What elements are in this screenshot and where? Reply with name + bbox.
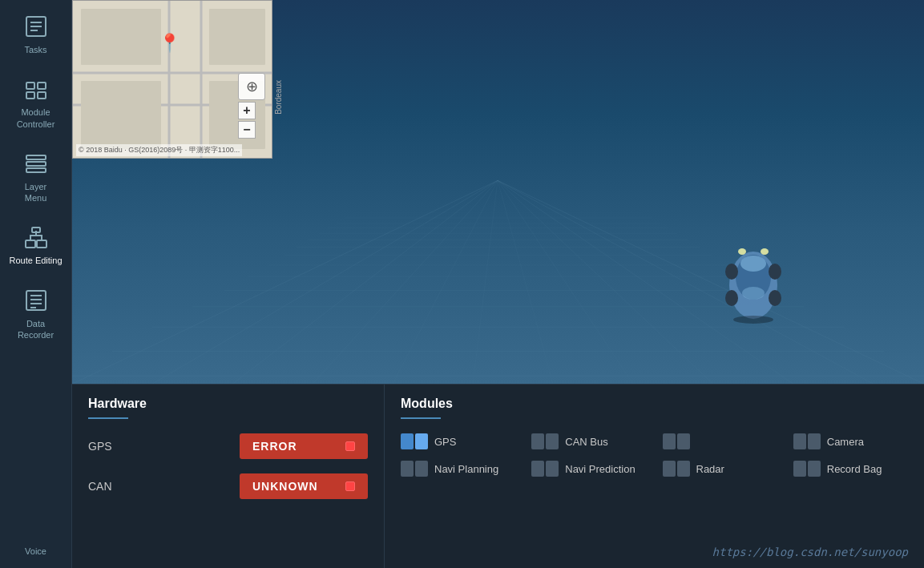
sidebar-item-layer-label: LayerMenu bbox=[25, 181, 47, 204]
svg-rect-64 bbox=[209, 9, 265, 65]
toggle-left-camera bbox=[793, 433, 806, 449]
map-zoom-out-button[interactable]: − bbox=[238, 121, 256, 139]
data-recorder-icon bbox=[22, 286, 50, 315]
svg-point-55 bbox=[738, 248, 746, 255]
module-toggle-navi-prediction[interactable] bbox=[531, 461, 559, 477]
scene-area: 📍 ⊕ + − © 2018 Baidu · GS(2016)2089号 · 甲… bbox=[72, 0, 924, 384]
svg-point-50 bbox=[742, 287, 765, 300]
svg-line-36 bbox=[152, 180, 498, 384]
svg-line-40 bbox=[473, 180, 498, 384]
module-toggle-camera[interactable] bbox=[793, 433, 821, 449]
module-toggle-can-bus[interactable] bbox=[531, 433, 559, 449]
gps-status-badge: ERROR bbox=[240, 433, 368, 459]
module-toggle-gps[interactable] bbox=[401, 433, 428, 449]
module-item-can-bus: CAN Bus bbox=[531, 433, 646, 449]
can-status-badge: UNKNOWN bbox=[240, 473, 368, 499]
map-compass-button[interactable]: ⊕ bbox=[238, 73, 265, 100]
module-label-record-bag: Record Bag bbox=[827, 463, 882, 475]
sidebar-item-tasks[interactable]: Tasks bbox=[4, 4, 68, 63]
svg-point-54 bbox=[769, 290, 781, 306]
sidebar-item-module-controller[interactable]: Module Controller bbox=[4, 66, 68, 138]
toggle-left-empty1 bbox=[663, 433, 676, 449]
hardware-section: Hardware GPS ERROR CAN UNKNOWN bbox=[72, 385, 385, 568]
hardware-gps-label: GPS bbox=[88, 440, 136, 453]
svg-rect-10 bbox=[26, 168, 46, 172]
map-pin: 📍 bbox=[159, 33, 180, 54]
modules-divider bbox=[401, 417, 441, 419]
main-content: 📍 ⊕ + − © 2018 Baidu · GS(2016)2089号 · 甲… bbox=[72, 0, 924, 568]
svg-line-42 bbox=[498, 180, 633, 384]
tasks-icon bbox=[22, 12, 50, 41]
svg-rect-11 bbox=[26, 240, 35, 248]
svg-rect-4 bbox=[26, 83, 34, 89]
layer-icon bbox=[22, 149, 50, 178]
toggle-left-navi-planning bbox=[401, 461, 414, 477]
sidebar-bottom: Voice bbox=[0, 538, 71, 568]
module-toggle-empty1 bbox=[663, 433, 690, 449]
can-status-indicator bbox=[345, 481, 355, 491]
module-toggle-record-bag[interactable] bbox=[793, 461, 821, 477]
sidebar-item-tasks-label: Tasks bbox=[24, 44, 46, 55]
gps-status-text: ERROR bbox=[252, 440, 297, 453]
module-toggle-navi-planning[interactable] bbox=[401, 461, 428, 477]
svg-rect-6 bbox=[26, 92, 34, 99]
svg-point-52 bbox=[769, 264, 781, 280]
map-content: 📍 ⊕ + − © 2018 Baidu · GS(2016)2089号 · 甲… bbox=[73, 1, 272, 158]
module-label-can-bus: CAN Bus bbox=[565, 436, 607, 448]
module-item-record-bag: Record Bag bbox=[793, 461, 908, 477]
sidebar-item-voice[interactable]: Voice bbox=[4, 538, 68, 565]
module-item-navi-planning: Navi Planning bbox=[401, 461, 515, 477]
sidebar-item-data-recorder-label: DataRecorder bbox=[18, 318, 54, 341]
module-label-navi-prediction: Navi Prediction bbox=[565, 463, 635, 475]
module-toggle-radar[interactable] bbox=[663, 461, 690, 477]
toggle-right-radar bbox=[677, 461, 690, 477]
modules-title: Modules bbox=[401, 397, 908, 411]
svg-rect-9 bbox=[26, 162, 46, 166]
hardware-divider bbox=[88, 417, 128, 419]
svg-rect-8 bbox=[26, 155, 46, 159]
hardware-row-can: CAN UNKNOWN bbox=[88, 473, 368, 499]
modules-section: Modules GPS CAN Bus bbox=[385, 385, 924, 568]
sidebar: Tasks Module Controller LayerMenu bbox=[0, 0, 72, 568]
module-item-gps: GPS bbox=[401, 433, 515, 449]
sidebar-item-layer-menu[interactable]: LayerMenu bbox=[4, 141, 68, 212]
svg-point-51 bbox=[725, 264, 738, 280]
sidebar-item-route-editing[interactable]: Route Editing bbox=[4, 215, 68, 274]
map-controls: ⊕ + − bbox=[238, 73, 265, 139]
map-copyright: © 2018 Baidu · GS(2016)2089号 · 甲测资字1100.… bbox=[76, 144, 242, 156]
toggle-right-empty1 bbox=[677, 433, 690, 449]
svg-rect-12 bbox=[37, 240, 46, 248]
module-icon bbox=[22, 75, 50, 103]
can-status-text: UNKNOWN bbox=[252, 480, 318, 493]
toggle-right-gps bbox=[415, 433, 428, 449]
module-label-gps: GPS bbox=[434, 436, 456, 448]
car-sprite bbox=[720, 236, 784, 316]
gps-status-indicator bbox=[345, 441, 355, 451]
svg-point-56 bbox=[761, 248, 769, 255]
toggle-left-can bbox=[531, 433, 544, 449]
svg-rect-5 bbox=[38, 83, 46, 89]
sidebar-item-module-label: Module Controller bbox=[8, 107, 64, 130]
svg-rect-14 bbox=[32, 228, 40, 232]
sidebar-item-route-label: Route Editing bbox=[9, 255, 62, 266]
bottom-panel: Hardware GPS ERROR CAN UNKNOWN Modules bbox=[72, 384, 924, 568]
svg-point-49 bbox=[740, 256, 766, 272]
map-vertical-label: Bordeaux bbox=[274, 80, 283, 115]
toggle-left-navi-prediction bbox=[531, 461, 544, 477]
module-label-radar: Radar bbox=[696, 463, 724, 475]
map-overlay: 📍 ⊕ + − © 2018 Baidu · GS(2016)2089号 · 甲… bbox=[72, 0, 272, 159]
map-zoom-in-button[interactable]: + bbox=[238, 102, 256, 119]
sidebar-item-data-recorder[interactable]: DataRecorder bbox=[4, 278, 68, 349]
toggle-left-gps bbox=[401, 433, 414, 449]
module-item-navi-prediction: Navi Prediction bbox=[531, 461, 646, 477]
svg-line-38 bbox=[313, 180, 498, 384]
sidebar-item-voice-label: Voice bbox=[25, 546, 46, 557]
module-item-empty1 bbox=[663, 433, 777, 449]
svg-point-57 bbox=[733, 316, 773, 324]
module-label-navi-planning: Navi Planning bbox=[434, 463, 498, 475]
svg-line-45 bbox=[498, 180, 874, 384]
module-item-radar: Radar bbox=[663, 461, 777, 477]
modules-grid: GPS CAN Bus bbox=[401, 433, 908, 477]
svg-rect-63 bbox=[81, 9, 161, 65]
toggle-left-record-bag bbox=[793, 461, 806, 477]
